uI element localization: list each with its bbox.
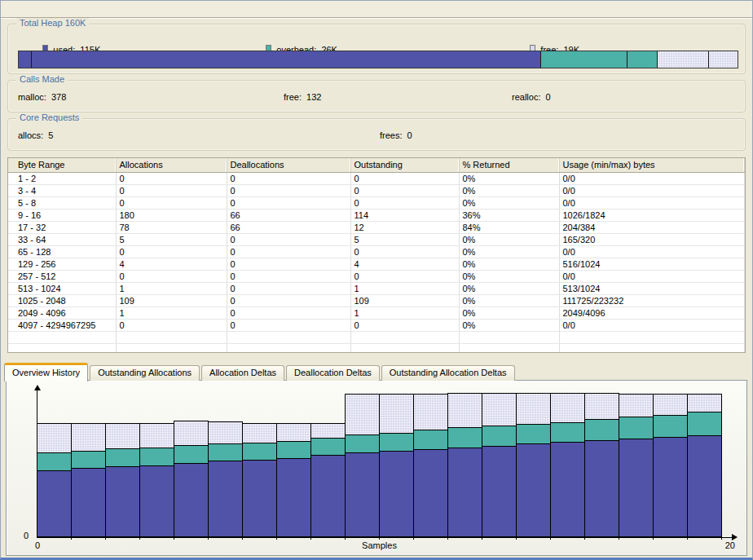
chart-bar (619, 394, 654, 537)
chart-segment-overhead (140, 448, 174, 465)
tab-overview-history[interactable]: Overview History (4, 363, 88, 381)
table-row[interactable]: 9 - 161806611436%1026/1824 (8, 209, 745, 221)
chart-segment-overhead (482, 426, 516, 446)
table-row[interactable]: 65 - 1280000%0/0 (8, 245, 745, 258)
table-row[interactable]: 33 - 645050%165/320 (8, 233, 745, 245)
column-header-byte-range[interactable]: Byte Range (8, 158, 116, 172)
frees-stat: frees: 0 (380, 130, 412, 140)
title-bar: tmp/memory_leakTester121139454208435(466… (1, 1, 752, 18)
table-row[interactable]: 17 - 3278661284%204/384 (8, 221, 745, 233)
free-legend-item: free: 19K (515, 33, 579, 44)
x-axis-tick (653, 537, 654, 540)
table-cell: 0 (116, 245, 227, 258)
table-cell: 0 (227, 233, 350, 245)
total-heap-section-title: Total Heap 160K (16, 18, 89, 28)
x-axis-tick (345, 537, 346, 540)
table-cell: 0/0 (559, 172, 745, 184)
table-cell-empty (116, 343, 227, 353)
table-cell: 2049/4096 (559, 306, 745, 319)
table-cell: 0 (350, 172, 459, 184)
table-cell: 513/1024 (559, 282, 745, 294)
tab-deallocation-deltas[interactable]: Deallocation Deltas (286, 365, 380, 381)
core-requests-section-title: Core Requests (16, 112, 82, 122)
x-axis-arrow-icon (732, 534, 738, 540)
chart-segment-used (243, 460, 276, 536)
table-cell: 36% (459, 209, 559, 221)
used-legend-item: used: 115K (28, 33, 100, 44)
calls-made-section: Calls Made malloc: 378 free: 132 realloc… (7, 80, 746, 112)
x-axis-tick (687, 537, 688, 540)
table-cell: 1025 - 2048 (8, 294, 116, 306)
chart-segment-free (72, 424, 105, 451)
tab-allocation-deltas[interactable]: Allocation Deltas (201, 365, 284, 381)
table-cell: 1 (116, 282, 227, 294)
chart-segment-used (448, 448, 482, 536)
table-cell: 114 (350, 209, 459, 221)
table-row[interactable]: 1 - 20000%0/0 (8, 172, 745, 184)
chart-segment-used (380, 451, 413, 536)
table-row[interactable]: 4097 - 42949672950000%0/0 (8, 319, 745, 331)
column-header-deallocations[interactable]: Deallocations (227, 158, 350, 172)
table-cell-empty (116, 331, 227, 343)
x-axis-tick (584, 537, 585, 540)
table-cell: 165/320 (559, 233, 745, 245)
chart-segment-overhead (619, 417, 653, 439)
tab-outstanding-allocation-deltas[interactable]: Outstanding Allocation Deltas (381, 365, 515, 381)
table-cell-empty (227, 331, 350, 343)
chart-segment-free (619, 395, 653, 417)
heap-usage-bar (18, 51, 738, 68)
table-cell: 111725/223232 (559, 294, 745, 306)
chart-segment-used (140, 465, 174, 536)
chart-segment-free (517, 394, 550, 423)
chart-segment-used (654, 437, 687, 536)
chart-bar (276, 423, 311, 537)
x-axis-tick (276, 537, 277, 540)
table-cell: 0 (116, 196, 227, 209)
table-cell: 78 (116, 221, 227, 233)
table-cell: 0/0 (559, 319, 745, 331)
table-cell: 0 (350, 270, 459, 282)
chart-segment-overhead (72, 451, 105, 468)
table-row[interactable]: 257 - 5120000%0/0 (8, 270, 745, 282)
tab-outstanding-allocations[interactable]: Outstanding Allocations (90, 365, 200, 381)
table-row[interactable]: 2049 - 40961010%2049/4096 (8, 306, 745, 319)
chart-segment-overhead (37, 452, 71, 470)
chart-segment-free (243, 424, 276, 443)
chart-bar (174, 421, 209, 537)
table-cell: 0 (116, 319, 227, 331)
table-cell: 0% (459, 282, 559, 294)
table-cell: 0% (459, 294, 559, 306)
calls-made-section-title: Calls Made (16, 74, 68, 84)
chart-segment-free (106, 424, 139, 449)
chart-bar (242, 423, 277, 537)
table-row[interactable]: 1025 - 204810901090%111725/223232 (8, 294, 745, 306)
table-row[interactable]: 129 - 2564040%516/1024 (8, 258, 745, 270)
allocs-stat: allocs: 5 (18, 130, 53, 140)
table-cell: 4 (116, 258, 227, 270)
table-cell-empty (459, 331, 559, 343)
table-cell: 2049 - 4096 (8, 306, 116, 319)
column-header-usage-min-max-bytes[interactable]: Usage (min/max) bytes (559, 158, 745, 172)
x-axis-tick (208, 537, 209, 540)
heap-segment-free (657, 51, 708, 68)
table-cell: 1 (350, 306, 459, 319)
table-cell: 0/0 (559, 196, 745, 209)
table-cell: 0% (459, 196, 559, 209)
x-axis-tick (447, 537, 448, 540)
table-cell: 0% (459, 270, 559, 282)
chart-segment-used (72, 468, 105, 536)
table-cell: 65 - 128 (8, 245, 116, 258)
table-cell: 204/384 (559, 221, 745, 233)
chart-segment-free (688, 395, 721, 411)
table-row[interactable]: 5 - 80000%0/0 (8, 196, 745, 209)
column-header-allocations[interactable]: Allocations (116, 158, 227, 172)
table-cell: 1 (350, 282, 459, 294)
column-header-outstanding[interactable]: Outstanding (350, 158, 459, 172)
table-cell-empty (350, 343, 459, 353)
column-header-returned[interactable]: % Returned (459, 158, 559, 172)
table-cell: 0/0 (559, 184, 745, 196)
chart-segment-free (482, 394, 516, 426)
table-row[interactable]: 3 - 40000%0/0 (8, 184, 745, 196)
table-row[interactable]: 513 - 10241010%513/1024 (8, 282, 745, 294)
table-cell: 4097 - 4294967295 (8, 319, 116, 331)
